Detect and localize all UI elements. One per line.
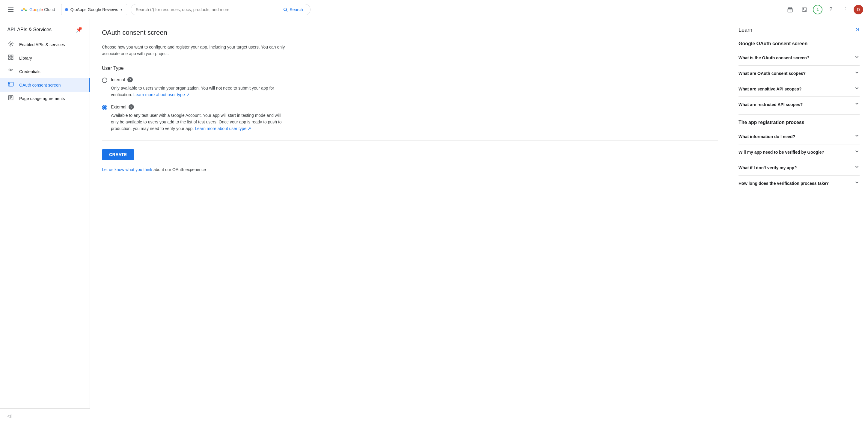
page-usage-icon [7,95,14,102]
external-option: External ? Available to any test user wi… [102,104,718,132]
svg-point-5 [284,8,286,10]
internal-option-content: Internal ? Only available to users withi… [111,77,285,98]
learn-section-google-oauth: Google OAuth consent screen What is the … [739,41,860,112]
hamburger-menu-button[interactable] [5,4,17,15]
cloud-shell-button[interactable] [799,4,810,15]
sidebar-item-page-usage[interactable]: Page usage agreements [0,92,90,105]
learn-item-what-info[interactable]: What information do I need? [739,129,860,144]
svg-rect-11 [11,55,13,57]
divider [102,140,718,141]
help-button[interactable]: ? [825,4,837,15]
learn-item-dont-verify[interactable]: What if I don't verify my app? [739,160,860,175]
sidebar-item-label: Credentials [19,69,40,74]
user-type-radio-group: Internal ? Only available to users withi… [102,77,718,132]
logo-text: Google Cloud [29,7,55,12]
project-dot-icon [65,8,68,11]
svg-point-14 [9,69,11,71]
learn-item-need-verified[interactable]: Will my app need to be verified by Googl… [739,144,860,160]
library-icon [7,54,14,62]
create-button[interactable]: CREATE [102,149,134,160]
svg-rect-8 [802,8,807,11]
oauth-consent-icon [7,81,14,89]
chevron-down-icon [854,101,860,108]
sidebar-item-credentials[interactable]: Credentials [0,65,90,78]
internal-help-icon[interactable]: ? [127,77,133,83]
sidebar-item-enabled-apis[interactable]: Enabled APIs & services [0,38,90,51]
api-badge: API [7,27,15,32]
top-navigation: Google Cloud QloApps Google Reviews ▾ Se… [0,0,868,19]
svg-rect-10 [9,55,10,57]
search-input[interactable] [136,7,278,12]
internal-label: Internal [111,77,125,82]
learn-divider [739,115,860,115]
external-radio[interactable] [102,105,107,110]
learn-panel-header: Learn [739,26,860,34]
sidebar-item-oauth-consent[interactable]: OAuth consent screen [0,78,90,92]
feedback-line: Let us know what you think about our OAu… [102,167,718,172]
learn-item-sensitive-scopes[interactable]: What are sensitive API scopes? [739,81,860,97]
svg-rect-1 [8,9,13,10]
more-options-button[interactable]: ⋮ [839,4,851,15]
external-help-icon[interactable]: ? [129,104,134,110]
sidebar-item-library[interactable]: Library [0,51,90,65]
external-label-row: External ? [111,104,285,110]
learn-panel-collapse-icon[interactable] [854,26,860,34]
internal-learn-more-link[interactable]: Learn more about user type ↗ [133,92,190,97]
notification-badge[interactable]: 1 [813,5,823,14]
learn-section-title-1: The app registration process [739,120,860,125]
chevron-down-icon: ▾ [121,7,122,12]
main-layout: API APIs & Services 📌 Enabled APIs & ser… [0,19,868,423]
gift-icon-button[interactable] [784,4,796,15]
chevron-down-icon [854,133,860,140]
chevron-down-icon [854,86,860,92]
project-name: QloApps Google Reviews [70,7,118,12]
nav-icons: 1 ? ⋮ D [784,4,863,15]
svg-rect-15 [8,82,13,86]
learn-item-how-long[interactable]: How long does the verification process t… [739,175,860,191]
sidebar-header: API APIs & Services 📌 [0,24,90,38]
sidebar-item-label: Library [19,56,32,61]
search-bar[interactable]: Search [131,4,311,15]
svg-rect-12 [9,58,10,60]
svg-rect-0 [8,7,13,8]
learn-section-title-0: Google OAuth consent screen [739,41,860,46]
learn-panel: Learn Google OAuth consent screen What i… [730,19,868,423]
sidebar-collapse-button[interactable]: ◁| [7,414,83,418]
internal-radio[interactable] [102,77,107,83]
internal-label-row: Internal ? [111,77,285,83]
content-area: OAuth consent screen Choose how you want… [90,19,730,423]
page-description: Choose how you want to configure and reg… [102,44,300,57]
chevron-down-icon [854,149,860,156]
svg-rect-2 [8,11,13,12]
search-button[interactable]: Search [281,6,305,13]
learn-section-app-registration: The app registration process What inform… [739,120,860,191]
internal-description: Only available to users within your orga… [111,85,285,98]
collapse-icon: ◁| [7,414,12,418]
external-option-content: External ? Available to any test user wi… [111,104,285,132]
project-selector[interactable]: QloApps Google Reviews ▾ [61,4,127,15]
enabled-apis-icon [7,41,14,48]
user-type-section-title: User Type [102,66,718,71]
sidebar-title: APIs & Services [17,27,52,32]
page-title: OAuth consent screen [102,29,718,37]
sidebar-item-label: Page usage agreements [19,96,65,101]
learn-item-what-is-oauth[interactable]: What is the OAuth consent screen? [739,50,860,66]
chevron-down-icon [854,164,860,171]
internal-option: Internal ? Only available to users withi… [102,77,718,98]
feedback-link[interactable]: Let us know what you think [102,167,152,172]
sidebar-item-label: Enabled APIs & services [19,42,65,47]
learn-item-what-are-scopes[interactable]: What are OAuth consent scopes? [739,66,860,81]
credentials-icon [7,68,14,75]
user-avatar[interactable]: D [854,5,863,14]
google-cloud-logo: Google Cloud [20,6,55,13]
external-learn-more-link[interactable]: Learn more about user type ↗ [195,126,251,131]
chevron-down-icon [854,70,860,77]
svg-line-6 [286,10,287,12]
svg-point-9 [10,43,12,45]
sidebar: API APIs & Services 📌 Enabled APIs & ser… [0,19,90,423]
chevron-down-icon [854,54,860,61]
chevron-down-icon [854,180,860,187]
learn-item-restricted-scopes[interactable]: What are restricted API scopes? [739,97,860,112]
external-description: Available to any test user with a Google… [111,112,285,132]
pin-icon[interactable]: 📌 [76,26,83,33]
